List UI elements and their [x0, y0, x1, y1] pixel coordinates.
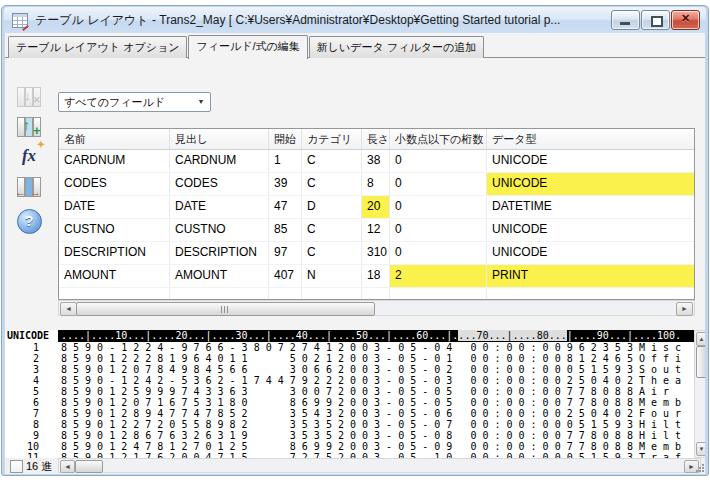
- scroll-down-icon[interactable]: ▼: [696, 442, 705, 456]
- field-cell[interactable]: 8: [362, 173, 390, 195]
- field-cell[interactable]: CUSTNO: [59, 219, 170, 241]
- record-data-line[interactable]: 8590122720558982 35352003-05-07 00:00:00…: [58, 419, 694, 430]
- field-cell[interactable]: PRINT: [487, 265, 694, 287]
- record-data-line[interactable]: 8590124781270125 86992003-05-09 00:00:00…: [58, 441, 694, 452]
- data-vscrollbar[interactable]: ▲ ▼: [694, 330, 705, 458]
- hide-field-button[interactable]: ↓ ✕: [13, 87, 45, 114]
- field-cell[interactable]: UNICODE: [487, 173, 694, 195]
- field-cell[interactable]: DESCRIPTION: [170, 242, 269, 264]
- field-cell[interactable]: 47: [269, 196, 302, 218]
- bottom-bar: 16 進 ◄ ►: [5, 458, 705, 474]
- tab-1[interactable]: テーブル レイアウト オプション: [8, 36, 187, 58]
- record-number: 4: [5, 375, 39, 386]
- field-cell[interactable]: CODES: [170, 173, 269, 195]
- field-cell[interactable]: D: [302, 196, 362, 218]
- field-cell[interactable]: UNICODE: [487, 150, 694, 172]
- field-cell[interactable]: 12: [362, 219, 390, 241]
- record-data-line[interactable]: 8590120716753180 86992003-05-05 00:00:00…: [58, 397, 694, 408]
- table-hscrollbar-thumb[interactable]: [76, 302, 375, 316]
- field-cell[interactable]: C: [302, 150, 362, 172]
- hex-checkbox[interactable]: [10, 460, 23, 473]
- field-cell[interactable]: C: [302, 173, 362, 195]
- help-button[interactable]: ?: [13, 209, 45, 236]
- column-header[interactable]: カテゴリ: [302, 129, 362, 149]
- data-hscrollbar[interactable]: ◄ ►: [58, 458, 701, 473]
- field-cell[interactable]: DATETIME: [487, 196, 694, 218]
- scroll-right-icon[interactable]: ►: [676, 302, 693, 316]
- table-hscrollbar[interactable]: ◄ ►: [58, 300, 695, 316]
- field-cell[interactable]: AMOUNT: [170, 265, 269, 287]
- field-cell[interactable]: 0: [390, 219, 487, 241]
- field-cell[interactable]: C: [302, 242, 362, 264]
- field-cell[interactable]: [59, 288, 170, 300]
- record-lines: 8590-1224-9766-380727412003-05-04 00:00:…: [58, 342, 694, 458]
- field-cell[interactable]: [302, 288, 362, 300]
- field-cell[interactable]: UNICODE: [487, 242, 694, 264]
- field-cell[interactable]: 1: [269, 150, 302, 172]
- record-data-line[interactable]: 8590-1224-9766-380727412003-05-04 00:00:…: [58, 342, 694, 353]
- column-header[interactable]: 名前: [59, 129, 170, 149]
- restore-button[interactable]: [641, 10, 670, 30]
- record-number: 3: [5, 364, 39, 375]
- field-cell[interactable]: 20: [362, 196, 390, 218]
- record-data-line[interactable]: 8590120784984566 30662003-05-02 00:00:00…: [58, 364, 694, 375]
- ruler-selected-range: ...70...|....80...: [458, 330, 566, 341]
- column-header[interactable]: 長さ: [362, 129, 390, 149]
- field-cell[interactable]: C: [302, 219, 362, 241]
- field-width-button[interactable]: ← →: [13, 177, 45, 204]
- field-cell[interactable]: 407: [269, 265, 302, 287]
- field-cell[interactable]: [269, 288, 302, 300]
- field-cell[interactable]: N: [302, 265, 362, 287]
- data-vscrollbar-thumb[interactable]: [696, 346, 705, 378]
- close-icon: ✕: [672, 12, 699, 25]
- close-button[interactable]: ✕: [671, 10, 700, 30]
- column-header[interactable]: データ型: [487, 129, 694, 149]
- field-cell[interactable]: 85: [269, 219, 302, 241]
- fields-dropdown[interactable]: すべてのフィールド ▼: [58, 92, 211, 112]
- record-data-line[interactable]: 8590128947747852 35432003-05-06 00:00:00…: [58, 408, 694, 419]
- field-cell[interactable]: DESCRIPTION: [59, 242, 170, 264]
- record-number: 10: [5, 441, 39, 452]
- field-cell[interactable]: 0: [390, 242, 487, 264]
- record-data-line[interactable]: 8590122281964011 50212003-05-01 00:00:00…: [58, 353, 694, 364]
- record-data-line[interactable]: 8590-1242-5362-174479222003-05-03 00:00:…: [58, 375, 694, 386]
- field-cell[interactable]: CARDNUM: [170, 150, 269, 172]
- field-cell[interactable]: CUSTNO: [170, 219, 269, 241]
- field-cell[interactable]: 310: [362, 242, 390, 264]
- field-cell[interactable]: 97: [269, 242, 302, 264]
- data-hscrollbar-thumb[interactable]: [75, 460, 103, 473]
- scroll-up-icon[interactable]: ▲: [696, 332, 705, 346]
- minimize-icon: [620, 22, 630, 25]
- column-header[interactable]: 小数点以下の桁数: [390, 129, 487, 149]
- expression-button[interactable]: fx✦: [13, 146, 45, 173]
- scroll-left-icon[interactable]: ◄: [60, 460, 75, 473]
- field-cell[interactable]: 0: [390, 173, 487, 195]
- field-cell[interactable]: CODES: [59, 173, 170, 195]
- field-cell[interactable]: DATE: [170, 196, 269, 218]
- field-cell[interactable]: AMOUNT: [59, 265, 170, 287]
- field-cell[interactable]: 0: [390, 150, 487, 172]
- field-cell[interactable]: [390, 288, 487, 300]
- field-cell[interactable]: 2: [390, 265, 487, 287]
- scroll-left-icon[interactable]: ◄: [60, 302, 77, 316]
- field-cell[interactable]: [170, 288, 269, 300]
- field-cell[interactable]: 0: [390, 196, 487, 218]
- tab-2[interactable]: フィールド/式の編集: [188, 35, 307, 59]
- column-header[interactable]: 見出し: [170, 129, 269, 149]
- tab-3[interactable]: 新しいデータ フィルターの追加: [309, 36, 484, 58]
- field-cell[interactable]: UNICODE: [487, 219, 694, 241]
- fx-expression-icon: fx✦: [22, 146, 36, 165]
- resize-grip[interactable]: [696, 464, 704, 472]
- column-header[interactable]: 開始: [269, 129, 302, 149]
- byte-ruler[interactable]: ....|....10...|....20...|....30...|....4…: [58, 330, 694, 342]
- field-cell[interactable]: 18: [362, 265, 390, 287]
- field-cell[interactable]: 39: [269, 173, 302, 195]
- minimize-button[interactable]: [611, 10, 640, 30]
- record-data-line[interactable]: 8590125999743363 30072003-05-05 00:00:00…: [58, 386, 694, 397]
- field-cell[interactable]: CARDNUM: [59, 150, 170, 172]
- field-cell[interactable]: 38: [362, 150, 390, 172]
- field-cell[interactable]: [362, 288, 390, 300]
- field-cell[interactable]: DATE: [59, 196, 170, 218]
- record-data-line[interactable]: 8590128676326319 35352003-05-08 00:00:00…: [58, 430, 694, 441]
- field-cell[interactable]: [487, 288, 694, 300]
